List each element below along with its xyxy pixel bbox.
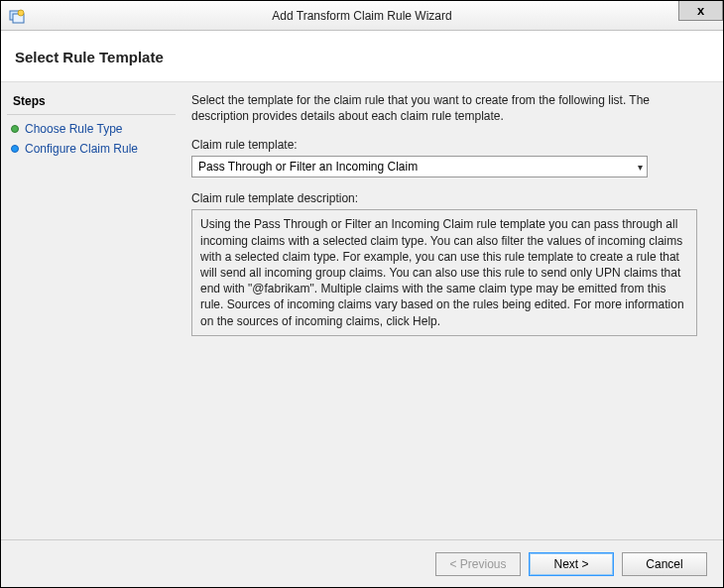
next-button[interactable]: Next > bbox=[529, 552, 614, 576]
window-title: Add Transform Claim Rule Wizard bbox=[272, 9, 451, 23]
page-header: Select Rule Template bbox=[1, 31, 723, 82]
body: Steps Choose Rule Type Configure Claim R… bbox=[1, 82, 723, 539]
cancel-button[interactable]: Cancel bbox=[622, 552, 707, 576]
content-panel: Select the template for the claim rule t… bbox=[181, 82, 723, 539]
step-label: Configure Claim Rule bbox=[25, 142, 138, 156]
chevron-down-icon: ▾ bbox=[638, 162, 643, 173]
app-icon bbox=[9, 8, 25, 24]
cancel-label: Cancel bbox=[646, 557, 682, 571]
steps-heading: Steps bbox=[7, 90, 176, 115]
steps-panel: Steps Choose Rule Type Configure Claim R… bbox=[1, 82, 181, 539]
titlebar: Add Transform Claim Rule Wizard x bbox=[1, 1, 723, 31]
previous-label: < Previous bbox=[449, 557, 506, 571]
step-choose-rule-type[interactable]: Choose Rule Type bbox=[7, 119, 176, 139]
step-bullet-icon bbox=[11, 125, 19, 133]
close-button[interactable]: x bbox=[678, 1, 723, 21]
step-bullet-icon bbox=[11, 145, 19, 153]
step-label: Choose Rule Type bbox=[25, 122, 123, 136]
instruction-text: Select the template for the claim rule t… bbox=[191, 92, 703, 124]
svg-point-2 bbox=[18, 10, 24, 16]
step-configure-claim-rule[interactable]: Configure Claim Rule bbox=[7, 139, 176, 159]
template-description: Using the Pass Through or Filter an Inco… bbox=[191, 209, 697, 335]
description-label: Claim rule template description: bbox=[191, 191, 703, 205]
template-selected-value: Pass Through or Filter an Incoming Claim bbox=[198, 160, 418, 174]
next-label: Next > bbox=[553, 557, 588, 571]
close-icon: x bbox=[697, 3, 704, 18]
wizard-window: Add Transform Claim Rule Wizard x Select… bbox=[1, 1, 723, 587]
claim-rule-template-select[interactable]: Pass Through or Filter an Incoming Claim… bbox=[191, 156, 648, 177]
template-label: Claim rule template: bbox=[191, 138, 703, 152]
page-title: Select Rule Template bbox=[15, 49, 709, 65]
previous-button: < Previous bbox=[435, 552, 521, 576]
footer: < Previous Next > Cancel bbox=[1, 539, 723, 587]
